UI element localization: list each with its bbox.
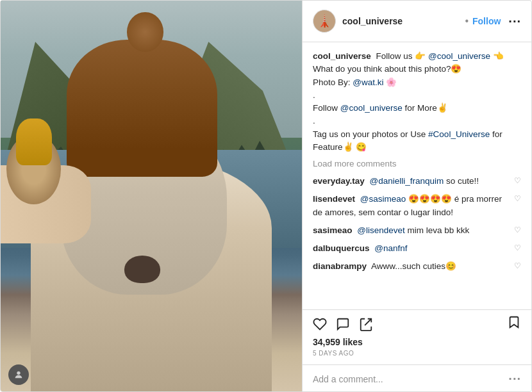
comment-row: dalbuquercus @nanfnf ♡ xyxy=(313,242,521,255)
more-options-button[interactable]: ··· xyxy=(508,14,521,29)
comment-row: lisendevet @sasimeao 😍😍😍😍 é pra morrer d… xyxy=(313,193,521,219)
scene-dog-nose xyxy=(124,256,160,283)
comment-heart-icon[interactable]: ♡ xyxy=(514,225,521,234)
comment-content: dianabrampy Awww...such cuties😊 xyxy=(313,260,509,273)
share-icon xyxy=(359,317,373,331)
comment-username[interactable]: sasimeao xyxy=(313,225,353,235)
add-comment-input[interactable] xyxy=(313,374,508,384)
comment-text: @nanfnf xyxy=(374,243,407,253)
caption-username[interactable]: cool_universe xyxy=(313,51,371,61)
comment-text: @danielli_franquim so cute!! xyxy=(370,176,479,186)
comment-heart-icon[interactable]: ♡ xyxy=(514,243,521,252)
heart-icon xyxy=(313,317,327,331)
mention-cool-universe-1[interactable]: @cool_universe xyxy=(428,51,490,61)
comment-content: everyday.tay @danielli_franquim so cute!… xyxy=(313,175,509,188)
comment-heart-icon[interactable]: ♡ xyxy=(514,194,521,203)
add-comment-row: ··· xyxy=(303,364,531,392)
comment-content: sasimeao @lisendevet mim leva bb kkk xyxy=(313,224,509,237)
action-icons-row xyxy=(313,315,521,333)
comment-icon xyxy=(336,317,350,331)
share-button[interactable] xyxy=(359,317,373,331)
mention-cool-universe-2[interactable]: @cool_universe xyxy=(340,103,403,113)
post-image xyxy=(1,1,302,392)
comment-row: sasimeao @lisendevet mim leva bb kkk ♡ xyxy=(313,224,521,237)
current-user-avatar[interactable] xyxy=(8,364,29,385)
scene-hat xyxy=(67,40,217,177)
post-info-panel: 🗼 cool_universe • Follow ··· cool_univer… xyxy=(302,1,531,392)
like-button[interactable] xyxy=(313,317,327,331)
comment-username[interactable]: dalbuquercus xyxy=(313,243,370,253)
emoji-picker-button[interactable]: ··· xyxy=(508,372,521,386)
comment-button[interactable] xyxy=(336,317,350,331)
comment-row: dianabrampy Awww...such cuties😊 ♡ xyxy=(313,260,521,273)
header-dot: • xyxy=(465,15,469,27)
comment-content: dalbuquercus @nanfnf xyxy=(313,242,509,255)
post-header: 🗼 cool_universe • Follow ··· xyxy=(303,1,531,42)
caption-content: cool_universe Follow us 👉 @cool_universe… xyxy=(313,50,521,154)
comment-username[interactable]: lisendevet xyxy=(313,194,355,204)
comments-section: cool_universe Follow us 👉 @cool_universe… xyxy=(303,42,531,309)
hashtag-cool-universe[interactable]: #Cool_Universe xyxy=(428,129,490,139)
scene-hat-pom xyxy=(127,12,163,51)
svg-point-0 xyxy=(17,372,20,375)
post-actions: 34,959 likes 5 DAYS AGO xyxy=(303,309,531,364)
comment-heart-icon[interactable]: ♡ xyxy=(514,261,521,270)
header-username[interactable]: cool_universe xyxy=(342,16,461,26)
svg-line-1 xyxy=(365,319,371,325)
scene-hedgehog-hat xyxy=(16,118,52,165)
comment-username[interactable]: dianabrampy xyxy=(313,261,367,271)
caption-row: cool_universe Follow us 👉 @cool_universe… xyxy=(313,50,521,154)
mention-sasimeao-1[interactable]: @sasimeao xyxy=(360,194,406,204)
likes-count: 34,959 likes xyxy=(313,337,521,347)
bookmark-button[interactable] xyxy=(507,315,521,333)
mention-watki[interactable]: @wat.ki xyxy=(353,78,383,87)
comment-text: @lisendevet mim leva bb kkk xyxy=(357,225,469,235)
avatar-icon: 🗼 xyxy=(317,14,331,28)
avatar[interactable]: 🗼 xyxy=(313,10,336,33)
load-more-comments[interactable]: Load more comments xyxy=(313,159,521,168)
mention-lisendevet[interactable]: @lisendevet xyxy=(357,225,405,235)
comment-row: everyday.tay @danielli_franquim so cute!… xyxy=(313,175,521,188)
post-container: 🗼 cool_universe • Follow ··· cool_univer… xyxy=(0,0,532,392)
post-timestamp: 5 DAYS AGO xyxy=(313,350,521,357)
comment-text: Awww...such cuties😊 xyxy=(371,261,456,271)
comment-username[interactable]: everyday.tay xyxy=(313,176,365,186)
user-icon xyxy=(13,370,24,380)
caption-text: Follow us 👉 @cool_universe 👈What do you … xyxy=(313,51,504,152)
mention-nanfnf[interactable]: @nanfnf xyxy=(374,243,407,253)
comment-content: lisendevet @sasimeao 😍😍😍😍 é pra morrer d… xyxy=(313,193,509,219)
follow-button[interactable]: Follow xyxy=(472,16,501,26)
image-placeholder xyxy=(1,1,302,392)
mention-danielli[interactable]: @danielli_franquim xyxy=(370,176,444,186)
comment-heart-icon[interactable]: ♡ xyxy=(514,176,521,185)
bookmark-icon xyxy=(507,315,521,329)
